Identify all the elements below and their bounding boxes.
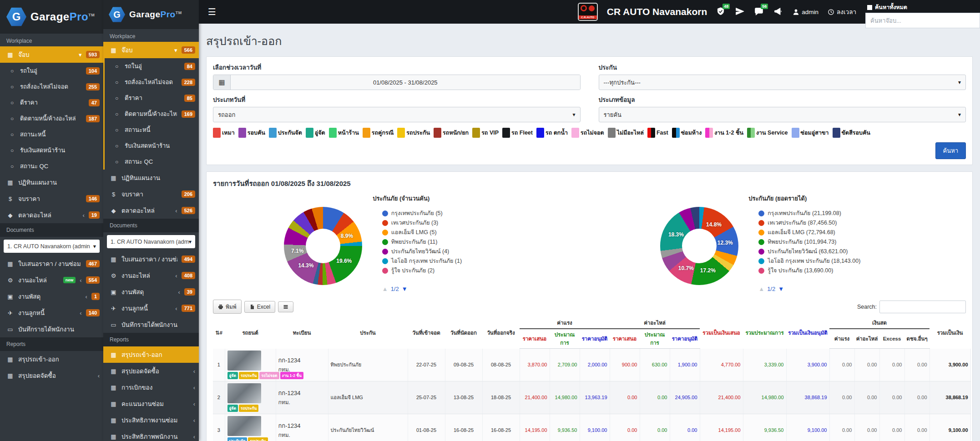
col-plate[interactable]: ทะเบียน bbox=[276, 317, 328, 349]
clock-in-button[interactable]: ลงเวลา bbox=[828, 7, 856, 17]
pie-legend-item[interactable]: แอลเอ็มจี LMG (5) bbox=[382, 228, 519, 237]
pager-down-icon[interactable]: ▼ bbox=[778, 286, 784, 292]
col-labor-est[interactable]: ประมาณการ bbox=[550, 329, 580, 349]
pie-legend-item[interactable]: ไอโออิ กรุงเทพ ประกันภัย (1) bbox=[382, 256, 519, 266]
data-type-select[interactable]: รายคัน▾ bbox=[599, 107, 966, 122]
pie-legend-item[interactable]: ประกันภัยไทยวิวัฒน์ (4) bbox=[382, 247, 519, 256]
shield-check-icon[interactable]: 48 bbox=[716, 7, 726, 17]
col-date-due[interactable]: วันที่นัดออก bbox=[445, 317, 482, 349]
col-grand[interactable]: รวมเป็นเงิน bbox=[929, 317, 970, 349]
inner-sidebar-item-report-withdraw[interactable]: ▦การเบิกของ‹ bbox=[103, 379, 199, 396]
col-date-in[interactable]: วันที่เข้าจอด bbox=[408, 317, 445, 349]
col-labor-offer[interactable]: ราคาเสนอ bbox=[520, 329, 550, 349]
column-visibility-button[interactable] bbox=[278, 301, 293, 312]
inner-sidebar-item-cash-front[interactable]: ○รับเงินสดหน้าร้าน bbox=[103, 138, 199, 154]
inner-sidebar-item-close-price[interactable]: $จบราคา206 bbox=[103, 186, 199, 202]
outer-sidebar-item-qc-status[interactable]: ○สถานะ QC bbox=[0, 158, 103, 174]
inner-sidebar-item-price-quote[interactable]: ○ตีราคา85 bbox=[103, 90, 199, 106]
pie-legend-item[interactable]: รู้ใจ ประกันภัย (13,690.00) bbox=[758, 266, 895, 276]
inner-sidebar-item-debt-tracking[interactable]: ○ติดตามหนี้/ค้างอะไหล่169 bbox=[103, 106, 199, 122]
date-type-select[interactable]: รถออก▾ bbox=[213, 107, 581, 122]
pie-legend-item[interactable]: กรุงเทพประกันภัย (21,199.08) bbox=[758, 209, 895, 218]
col-car[interactable]: รถยนต์ bbox=[225, 317, 276, 349]
inner-sidebar-item-report-score[interactable]: ▦คะแนนงานซ่อม‹ bbox=[103, 396, 199, 412]
col-cash-excess[interactable]: Excess bbox=[879, 329, 904, 349]
outer-sidebar-item-debt-tracking[interactable]: ○ติดตามหนี้/ค้างอะไหล่187 bbox=[0, 110, 103, 126]
outer-sidebar-item-debt-status[interactable]: ○สถานะหนี้ bbox=[0, 126, 103, 142]
pie-legend-item[interactable]: เทเวศประกันภัย (87,456.50) bbox=[758, 218, 895, 228]
inner-sidebar-item-report-employee-eff[interactable]: ▦ประสิทธิภาพพนักงาน‹ bbox=[103, 428, 199, 441]
col-cash-other[interactable]: ดชจ.อื่นๆ bbox=[904, 329, 929, 349]
inner-sidebar-item-report-in-out[interactable]: ▦สรุปรถเข้า-ออก bbox=[103, 346, 199, 363]
col-cash-parts[interactable]: ค่าอะไหล่ bbox=[854, 329, 879, 349]
insurance-select[interactable]: ---ทุกประกัน---▾ bbox=[599, 75, 966, 90]
pager-up-icon[interactable]: ▲ bbox=[382, 286, 388, 292]
outer-sidebar-item-employee-income[interactable]: ▭บันทึกรายได้พนักงาน bbox=[0, 321, 103, 337]
pie-legend-item[interactable]: แอลเอ็มจี LMG (72,794.68) bbox=[758, 228, 895, 237]
print-button[interactable]: พิมพ์ bbox=[213, 300, 242, 314]
col-cash-labor[interactable]: ค่าแรง bbox=[829, 329, 854, 349]
pager-up-icon[interactable]: ▲ bbox=[758, 286, 764, 292]
outer-sidebar-item-work-calendar[interactable]: ▦ปฏิทินแผนงาน bbox=[0, 174, 103, 190]
outer-sidebar-item-cars-in-garage[interactable]: ○รถในอู่104 bbox=[0, 63, 103, 79]
inner-sidebar-item-parts-jobs[interactable]: ⚙งานอะไหล่‹408 bbox=[103, 267, 199, 284]
col-parts-offer[interactable]: ราคาเสนอ bbox=[610, 329, 640, 349]
col-parts-appr[interactable]: ราคาอนุมัติ bbox=[670, 329, 700, 349]
outer-sidebar-item-supplies-jobs[interactable]: ▣งานพัสดุ‹1 bbox=[0, 288, 103, 305]
inner-sidebar-item-parts-ordered-not-parked[interactable]: ○รถสั่งอะไหล่ไม่จอด228 bbox=[103, 74, 199, 90]
outer-sidebar-item-price-quote[interactable]: ○ตีราคา47 bbox=[0, 95, 103, 110]
search-button[interactable]: ค้นหา bbox=[935, 142, 966, 159]
col-labor-appr[interactable]: ราคาอนุมัติ bbox=[580, 329, 610, 349]
table-row[interactable]: 2อู่จัดรถประกันกก-1234กทม.แอลเอ็มจี LMG2… bbox=[213, 381, 970, 414]
inner-sidebar-item-supplies-jobs[interactable]: ▣งานพัสดุ‹39 bbox=[103, 284, 199, 300]
pie-legend-item[interactable]: ประกันภัยไทยวิวัฒน์ (63,621.00) bbox=[758, 247, 895, 256]
inner-sidebar-item-work-calendar[interactable]: ▦ปฏิทินแผนงาน bbox=[103, 170, 199, 186]
col-date-out[interactable]: วันที่ออกจริง bbox=[482, 317, 520, 349]
inner-sidebar-account-select[interactable]: 1. CR AUTO Navanakorn (admin▾ bbox=[107, 235, 195, 248]
outer-sidebar-item-job[interactable]: ▦จ๊อบ▾593 bbox=[0, 46, 103, 63]
outer-sidebar-item-report-in-out[interactable]: ▦สรุปรถเข้า-ออก bbox=[0, 351, 103, 367]
job-search-input[interactable] bbox=[865, 13, 980, 28]
outer-sidebar-item-report-purchase[interactable]: ▦สรุปยอดจัดซื้อ‹ bbox=[0, 367, 103, 384]
col-total-offer[interactable]: รวมเป็นเงินเสนอ bbox=[700, 317, 743, 349]
table-search-input[interactable] bbox=[879, 301, 966, 313]
inner-sidebar-item-debtor-jobs[interactable]: ✈งานลูกหนี้‹771 bbox=[103, 300, 199, 316]
inner-sidebar-item-debt-status[interactable]: ○สถานะหนี้ bbox=[103, 122, 199, 138]
pie-legend-item[interactable]: กรุงเทพประกันภัย (5) bbox=[382, 209, 519, 218]
pie-legend-item[interactable]: เทเวศประกันภัย (3) bbox=[382, 218, 519, 228]
chat-icon[interactable]: 56 bbox=[754, 7, 764, 17]
outer-sidebar-item-debtor-jobs[interactable]: ✈งานลูกหนี้‹140 bbox=[0, 305, 103, 321]
hamburger-menu-icon[interactable]: ☰ bbox=[204, 5, 220, 19]
inner-sidebar-item-employee-income[interactable]: ▭บันทึกรายได้พนักงาน bbox=[103, 316, 199, 333]
table-row[interactable]: 3ประกันจัดรถประกันกก-1234กทม.ประกันภัยไท… bbox=[213, 414, 970, 441]
search-all-checkbox[interactable] bbox=[867, 5, 872, 10]
col-num[interactable]: ⇅# bbox=[213, 317, 225, 349]
table-row[interactable]: 1อู่จัดรถประกันรถไม่จอดงาน 1-2 ชิ้นกก-12… bbox=[213, 349, 970, 381]
col-insurer[interactable]: ประกัน bbox=[328, 317, 408, 349]
megaphone-icon[interactable] bbox=[773, 7, 783, 17]
outer-sidebar-account-select[interactable]: 1. CR AUTO Navanakorn (admin▾ bbox=[4, 240, 100, 253]
admin-user-button[interactable]: admin bbox=[793, 9, 818, 15]
outer-sidebar-item-close-price[interactable]: $จบราคา146 bbox=[0, 190, 103, 207]
date-range-input[interactable]: ▦ 01/08/2025 - 31/08/2025 bbox=[213, 75, 581, 90]
inner-sidebar-item-cars-in-garage[interactable]: ○รถในอู่84 bbox=[103, 58, 199, 74]
send-icon[interactable] bbox=[735, 7, 745, 17]
col-parts-est[interactable]: ประมาณการ bbox=[640, 329, 670, 349]
outer-sidebar-item-parts-jobs[interactable]: ⚙งานอะไหล่new‹554 bbox=[0, 272, 103, 288]
inner-sidebar-item-quotation-repair[interactable]: ▦ใบเสนอราคา / งานซ่อม494 bbox=[103, 251, 199, 267]
pie-legend-item[interactable]: ทิพยประกันภัย (101,994.73) bbox=[758, 237, 895, 247]
outer-sidebar-item-parts-ordered-not-parked[interactable]: ○รถสั่งอะไหล่ไม่จอด255 bbox=[0, 79, 103, 95]
col-total-est[interactable]: รวมประมาณการ bbox=[743, 317, 786, 349]
pie-legend-item[interactable]: ไอโออิ กรุงเทพ ประกันภัย (18,143.00) bbox=[758, 256, 895, 266]
inner-sidebar-item-job[interactable]: ▦จ๊อบ▾566 bbox=[103, 42, 199, 58]
excel-export-button[interactable]: Excel bbox=[244, 301, 275, 313]
inner-sidebar-item-report-repair-eff[interactable]: ▦ประสิทธิภาพงานซ่อม‹ bbox=[103, 412, 199, 428]
pie-legend-item[interactable]: รู้ใจ ประกันภัย (2) bbox=[382, 266, 519, 276]
outer-sidebar-item-parts-market[interactable]: ◆ตลาดอะไหล่‹19 bbox=[0, 207, 103, 223]
pager-down-icon[interactable]: ▼ bbox=[402, 286, 408, 292]
inner-sidebar-item-parts-market[interactable]: ◆ตลาดอะไหล่‹526 bbox=[103, 202, 199, 219]
inner-sidebar-item-report-purchase[interactable]: ▦สรุปยอดจัดซื้อ‹ bbox=[103, 363, 199, 379]
outer-sidebar-item-cash-front[interactable]: ○รับเงินสดหน้าร้าน bbox=[0, 142, 103, 158]
pie-legend-item[interactable]: ทิพยประกันภัย (11) bbox=[382, 237, 519, 247]
outer-sidebar-item-quotation-repair[interactable]: ▦ใบเสนอราคา / งานซ่อม467 bbox=[0, 256, 103, 272]
